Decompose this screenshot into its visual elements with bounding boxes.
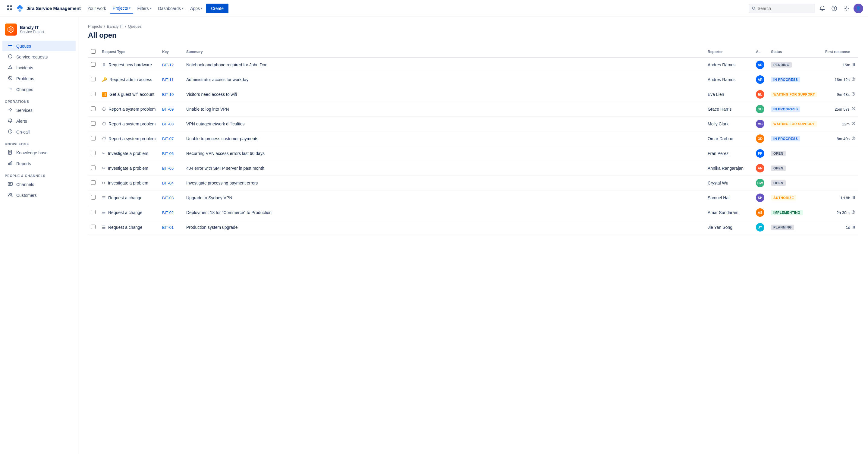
nav-your-work[interactable]: Your work [84, 4, 109, 13]
issue-type-cell: ⏱ Report a system problem [99, 117, 159, 131]
row-checkbox[interactable] [91, 210, 96, 214]
user-avatar[interactable]: 👤 [854, 4, 863, 13]
issue-assignee-cell: AR [753, 72, 768, 87]
issue-type-icon: 📶 [102, 92, 107, 97]
issue-status-cell: WAITING FOR SUPPORT [768, 117, 822, 131]
pause-icon [852, 63, 855, 67]
status-badge: OPEN [771, 151, 786, 156]
status-badge: OPEN [771, 180, 786, 186]
svg-line-22 [9, 109, 10, 110]
issue-summary: Visitors need access to wifi [186, 92, 237, 97]
breadcrumb-projects[interactable]: Projects [88, 24, 102, 29]
th-summary[interactable]: Summary [183, 47, 705, 57]
status-badge: IN PROGRESS [771, 107, 800, 112]
issue-key[interactable]: BIT-06 [162, 151, 174, 156]
th-first-response[interactable]: First response [822, 47, 858, 57]
row-checkbox-cell [88, 205, 99, 220]
row-checkbox[interactable] [91, 121, 96, 126]
th-assignee[interactable]: A.. [753, 47, 768, 57]
issue-key[interactable]: BIT-12 [162, 63, 174, 67]
project-icon [5, 24, 17, 36]
row-checkbox[interactable] [91, 224, 96, 229]
sidebar-item-queues[interactable]: Queues [2, 41, 76, 51]
nav-projects[interactable]: Projects ▾ [110, 3, 134, 13]
issue-summary-cell: 404 error with SMTP server in past month [183, 161, 705, 176]
svg-text:?: ? [833, 7, 835, 10]
issue-summary-cell: Unable to process customer payments [183, 131, 705, 146]
row-checkbox[interactable] [91, 151, 96, 155]
services-icon [7, 107, 13, 113]
create-button[interactable]: Create [206, 4, 228, 13]
row-checkbox[interactable] [91, 107, 96, 111]
issue-key[interactable]: BIT-10 [162, 92, 174, 97]
sidebar-item-knowledge-base[interactable]: Knowledge base [2, 147, 76, 158]
issue-type-icon: ☰ [102, 225, 106, 230]
sidebar-item-service-requests[interactable]: Service requests [2, 52, 76, 62]
row-checkbox[interactable] [91, 92, 96, 96]
sidebar-item-services[interactable]: Services [2, 105, 76, 116]
notifications-button[interactable] [817, 4, 827, 13]
response-cell: 16m 12s [825, 77, 855, 82]
response-time: 12m [842, 122, 849, 126]
select-all-checkbox[interactable] [91, 49, 96, 54]
svg-rect-33 [8, 163, 9, 165]
th-key[interactable]: Key [159, 47, 183, 57]
issue-key[interactable]: BIT-11 [162, 78, 174, 82]
issue-key[interactable]: BIT-05 [162, 166, 174, 171]
row-checkbox[interactable] [91, 62, 96, 67]
assignee-avatar: CW [756, 179, 764, 187]
issue-key[interactable]: BIT-03 [162, 195, 174, 200]
row-checkbox[interactable] [91, 180, 96, 185]
svg-rect-3 [10, 8, 12, 10]
search-bar[interactable] [749, 4, 815, 13]
issue-key[interactable]: BIT-04 [162, 181, 174, 185]
sidebar-item-incidents[interactable]: Incidents [2, 62, 76, 73]
status-badge: PLANNING [771, 224, 794, 230]
reporter-name: Jie Yan Song [708, 225, 733, 230]
help-button[interactable]: ? [830, 4, 839, 13]
project-name: Bancly IT [20, 25, 44, 30]
nav-apps[interactable]: Apps ▾ [187, 4, 206, 13]
issue-type-icon: ☰ [102, 195, 106, 200]
issue-key[interactable]: BIT-01 [162, 225, 174, 230]
row-checkbox[interactable] [91, 77, 96, 81]
sidebar-item-changes[interactable]: Changes [2, 84, 76, 95]
row-checkbox[interactable] [91, 195, 96, 200]
response-cell: 2h 30m [825, 210, 855, 215]
issue-key[interactable]: BIT-09 [162, 107, 174, 112]
response-cell: 1d [825, 225, 855, 230]
assignee-avatar: AN [756, 164, 764, 173]
svg-line-17 [9, 77, 11, 79]
th-status[interactable]: Status [768, 47, 822, 57]
nav-dashboards[interactable]: Dashboards ▾ [155, 4, 187, 13]
settings-button[interactable] [841, 4, 851, 13]
sidebar-item-oncall[interactable]: On-call [2, 127, 76, 137]
nav-filters[interactable]: Filters ▾ [134, 4, 154, 13]
issue-key[interactable]: BIT-07 [162, 137, 174, 141]
issue-key[interactable]: BIT-08 [162, 122, 174, 126]
search-input[interactable] [758, 6, 812, 11]
svg-rect-36 [8, 182, 12, 185]
sidebar-item-reports[interactable]: Reports [2, 158, 76, 169]
svg-rect-2 [7, 8, 9, 10]
issue-status-cell: PENDING [768, 57, 822, 72]
sidebar-item-customers[interactable]: Customers [2, 190, 76, 201]
th-reporter[interactable]: Reporter [705, 47, 753, 57]
row-checkbox[interactable] [91, 136, 96, 141]
issue-type-label: Investigate a problem [108, 181, 148, 185]
th-request-type[interactable]: Request Type [99, 47, 159, 57]
issue-type-label: Report a system problem [108, 107, 156, 112]
sidebar-item-alerts[interactable]: Alerts [2, 116, 76, 126]
row-checkbox[interactable] [91, 165, 96, 170]
issue-assignee-cell: FP [753, 146, 768, 161]
sidebar-oncall-label: On-call [16, 130, 30, 134]
breadcrumb-bancly-it[interactable]: Bancly IT [107, 24, 123, 29]
sidebar-item-problems[interactable]: Problems [2, 73, 76, 84]
assignee-avatar: FP [756, 149, 764, 158]
grid-icon[interactable] [5, 3, 14, 13]
issue-key[interactable]: BIT-02 [162, 210, 174, 215]
projects-chevron-icon: ▾ [129, 6, 130, 10]
app-logo[interactable]: Jira Service Management [16, 4, 81, 13]
issue-type-cell: ⏱ Report a system problem [99, 131, 159, 146]
sidebar-item-channels[interactable]: Channels [2, 179, 76, 190]
